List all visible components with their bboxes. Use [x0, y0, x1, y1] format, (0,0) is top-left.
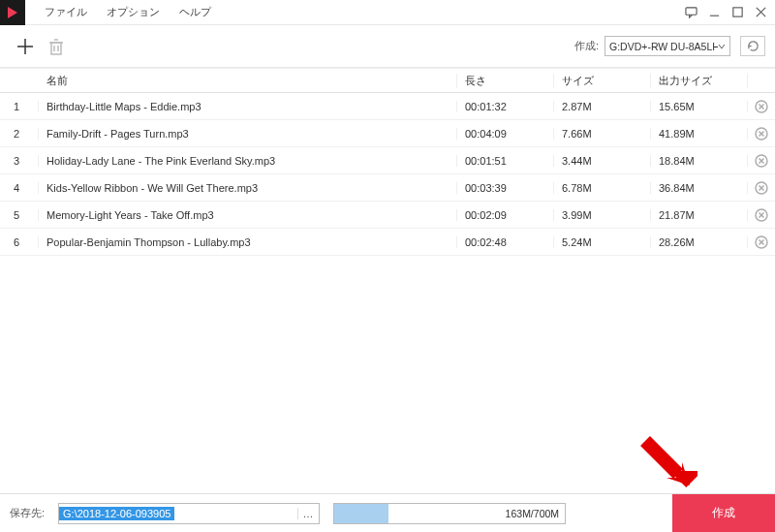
maximize-button[interactable] — [728, 4, 746, 21]
menu-option[interactable]: オプション — [97, 1, 170, 23]
row-output: 21.87M — [651, 209, 748, 221]
row-index: 3 — [0, 155, 39, 167]
row-delete-button[interactable] — [748, 208, 775, 222]
table-body: 1Birthday-Little Maps - Eddie.mp300:01:3… — [0, 93, 775, 256]
table-row[interactable]: 6Popular-Benjamin Thompson - Lullaby.mp3… — [0, 229, 775, 256]
table-row[interactable]: 1Birthday-Little Maps - Eddie.mp300:01:3… — [0, 93, 775, 120]
row-output: 18.84M — [651, 155, 748, 167]
feedback-icon[interactable] — [682, 4, 699, 21]
row-delete-button[interactable] — [748, 181, 775, 195]
col-header-size[interactable]: サイズ — [554, 74, 651, 88]
row-output: 28.26M — [651, 236, 748, 248]
row-name: Birthday-Little Maps - Eddie.mp3 — [39, 101, 457, 112]
row-name: Family-Drift - Pages Turn.mp3 — [39, 128, 457, 140]
svg-rect-7 — [51, 43, 61, 54]
drive-select[interactable]: G:DVD+-RW DU-8A5LH — [604, 36, 730, 56]
row-index: 2 — [0, 128, 39, 140]
row-output: 36.84M — [651, 182, 748, 194]
menu-file[interactable]: ファイル — [35, 1, 97, 23]
row-index: 1 — [0, 101, 39, 112]
row-delete-button[interactable] — [748, 127, 775, 141]
footer: 保存先: G:\2018-12-06-093905 … 163M/700M 作成 — [0, 493, 775, 532]
row-index: 5 — [0, 209, 39, 221]
row-name: Holiday-Lady Lane - The Pink Everland Sk… — [39, 155, 457, 167]
row-index: 4 — [0, 182, 39, 194]
create-button[interactable]: 作成 — [672, 494, 775, 533]
row-name: Popular-Benjamin Thompson - Lullaby.mp3 — [39, 236, 457, 248]
app-logo — [0, 0, 25, 25]
progress-fill — [334, 504, 388, 523]
toolbar: 作成: G:DVD+-RW DU-8A5LH — [0, 25, 775, 68]
drive-value: G:DVD+-RW DU-8A5LH — [609, 41, 718, 52]
save-label: 保存先: — [10, 506, 45, 520]
row-length: 00:01:32 — [457, 101, 554, 112]
row-size: 3.99M — [554, 209, 651, 221]
row-length: 00:01:51 — [457, 155, 554, 167]
row-output: 41.89M — [651, 128, 748, 140]
save-path-box[interactable]: G:\2018-12-06-093905 … — [58, 503, 320, 524]
table-row[interactable]: 2Family-Drift - Pages Turn.mp300:04:097.… — [0, 120, 775, 147]
svg-rect-0 — [685, 8, 696, 15]
row-size: 7.66M — [554, 128, 651, 140]
row-size: 6.78M — [554, 182, 651, 194]
progress-text: 163M/700M — [506, 508, 559, 519]
row-length: 00:02:48 — [457, 236, 554, 248]
row-size: 5.24M — [554, 236, 651, 248]
row-name: Memory-Light Years - Take Off.mp3 — [39, 209, 457, 221]
menu-bar: ファイル オプション ヘルプ — [35, 1, 221, 23]
svg-rect-2 — [732, 8, 741, 16]
minimize-button[interactable] — [705, 4, 723, 21]
pointer-arrow-icon — [639, 435, 698, 493]
row-length: 00:03:39 — [457, 182, 554, 194]
drive-label: 作成: — [574, 39, 599, 53]
chevron-down-icon — [718, 43, 726, 50]
titlebar: ファイル オプション ヘルプ — [0, 0, 775, 25]
table-header: 名前 長さ サイズ 出力サイズ — [0, 68, 775, 93]
trash-button[interactable] — [41, 31, 72, 62]
table-row[interactable]: 5Memory-Light Years - Take Off.mp300:02:… — [0, 202, 775, 229]
menu-help[interactable]: ヘルプ — [170, 1, 221, 23]
add-button[interactable] — [10, 31, 41, 62]
row-delete-button[interactable] — [748, 154, 775, 168]
row-output: 15.65M — [651, 101, 748, 112]
row-length: 00:04:09 — [457, 128, 554, 140]
progress-bar: 163M/700M — [333, 503, 566, 524]
table-row[interactable]: 3Holiday-Lady Lane - The Pink Everland S… — [0, 147, 775, 174]
col-header-name[interactable]: 名前 — [39, 74, 457, 88]
row-index: 6 — [0, 236, 39, 248]
refresh-button[interactable] — [740, 36, 765, 56]
row-delete-button[interactable] — [748, 100, 775, 113]
row-name: Kids-Yellow Ribbon - We Will Get There.m… — [39, 182, 457, 194]
row-length: 00:02:09 — [457, 209, 554, 221]
browse-button[interactable]: … — [297, 508, 319, 519]
row-delete-button[interactable] — [748, 235, 775, 249]
row-size: 2.87M — [554, 101, 651, 112]
table-row[interactable]: 4Kids-Yellow Ribbon - We Will Get There.… — [0, 174, 775, 202]
row-size: 3.44M — [554, 155, 651, 167]
col-header-output[interactable]: 出力サイズ — [651, 74, 748, 88]
col-header-length[interactable]: 長さ — [457, 74, 554, 88]
window-controls — [682, 4, 769, 21]
close-button[interactable] — [752, 4, 769, 21]
save-path-text: G:\2018-12-06-093905 — [59, 507, 174, 520]
